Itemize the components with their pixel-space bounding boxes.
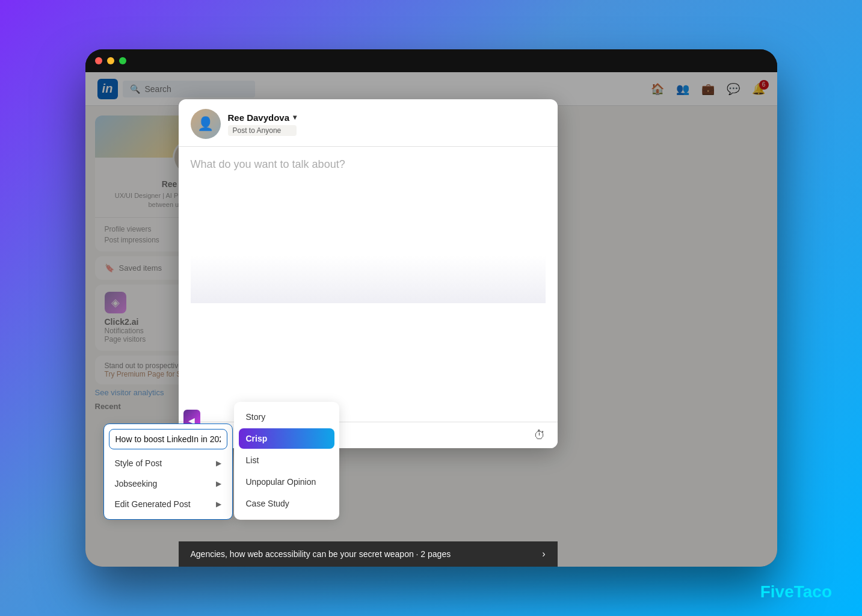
user-dropdown-arrow[interactable]: ▾ <box>293 113 297 122</box>
linkedin-background: in 🔍 🏠 👥 💼 💬 🔔 6 <box>85 72 777 567</box>
style-story[interactable]: Story <box>239 407 334 427</box>
jobseeking-arrow-icon: ▶ <box>216 479 221 488</box>
edit-generated-post-item[interactable]: Edit Generated Post ▶ <box>109 494 227 514</box>
fivetaco-text: FiveTaco <box>760 582 832 601</box>
jobseeking-item[interactable]: Jobseeking ▶ <box>109 473 227 494</box>
modal-body[interactable]: What do you want to talk about? <box>179 147 558 255</box>
edit-arrow-icon: ▶ <box>216 500 221 508</box>
style-crisp[interactable]: Crisp <box>239 428 334 449</box>
expand-dot[interactable] <box>119 57 126 64</box>
style-list[interactable]: List <box>239 450 334 470</box>
modal-avatar: 👤 <box>191 109 221 139</box>
close-dot[interactable] <box>95 57 102 64</box>
style-arrow-icon: ▶ <box>216 459 221 467</box>
modal-post-to[interactable]: Post to Anyone <box>228 125 297 136</box>
modal-header: 👤 Ree Davydova ▾ Post to Anyone <box>179 99 558 147</box>
modal-user-name: Ree Davydova ▾ <box>228 112 297 123</box>
modal-user-info: Ree Davydova ▾ Post to Anyone <box>228 112 297 136</box>
context-input[interactable] <box>109 429 227 449</box>
modal-fade <box>191 255 546 303</box>
article-arrow[interactable]: › <box>542 549 545 559</box>
context-menu-left: Style of Post ▶ Jobseeking ▶ Edit Genera… <box>103 424 233 520</box>
fivetaco-brand: FiveTaco <box>760 582 832 602</box>
style-case-study[interactable]: Case Study <box>239 493 334 514</box>
post-modal: 👤 Ree Davydova ▾ Post to Anyone What do … <box>179 99 558 448</box>
style-unpopular-opinion[interactable]: Unpopular Opinion <box>239 472 334 492</box>
mac-top-bar <box>85 49 777 72</box>
fivetaco-prefix: Five <box>760 582 794 601</box>
article-text: Agencies, how web accessibility can be y… <box>191 549 451 559</box>
article-bar: Agencies, how web accessibility can be y… <box>179 541 558 567</box>
modal-placeholder-text: What do you want to talk about? <box>191 156 546 173</box>
context-menu-wrapper: Style of Post ▶ Jobseeking ▶ Edit Genera… <box>103 402 339 520</box>
screen-container: in 🔍 🏠 👥 💼 💬 🔔 6 <box>85 49 777 567</box>
fivetaco-suffix: Taco <box>794 582 832 601</box>
clock-icon[interactable]: ⏱ <box>534 428 546 442</box>
minimize-dot[interactable] <box>107 57 114 64</box>
context-menu-right: Story Crisp List Unpopular Opinion Case … <box>234 402 339 520</box>
style-of-post-item[interactable]: Style of Post ▶ <box>109 453 227 473</box>
